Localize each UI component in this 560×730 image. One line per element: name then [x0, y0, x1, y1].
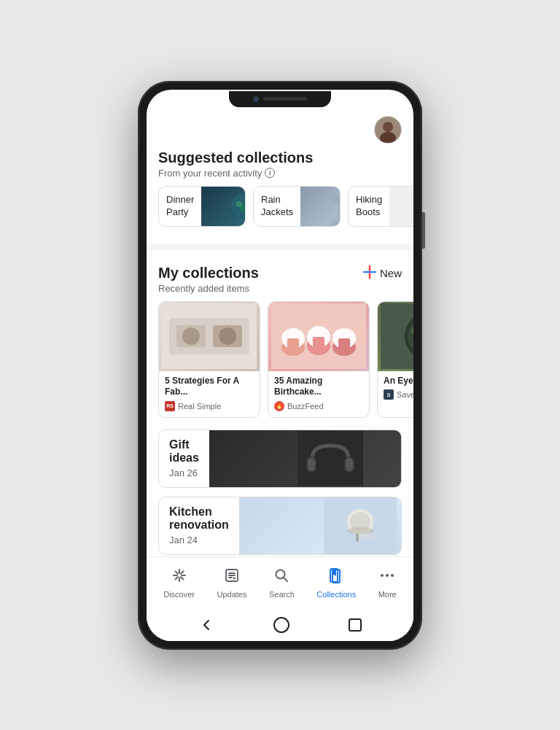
nav-label-more: More — [378, 590, 397, 599]
recents-button[interactable] — [349, 618, 362, 632]
chip-image-jackets — [300, 187, 341, 226]
more-icon — [379, 567, 395, 588]
recently-added-label: Recently added items — [147, 283, 413, 301]
collection-info-kitchen: Kitchen renovation Jan 24 — [159, 497, 239, 554]
screen-content: Suggested collections From your recent a… — [147, 90, 413, 556]
card-info-1: 5 Strategies For A Fab... RS Real Simple — [159, 371, 260, 417]
card-image-3 — [378, 302, 413, 371]
suggested-subtitle: From your recent activity i — [147, 168, 413, 186]
content-card-2[interactable]: 35 Amazing Birthcake... 🔥 BuzzFeed — [268, 301, 370, 418]
avatar[interactable] — [374, 116, 402, 144]
back-button[interactable] — [198, 617, 214, 633]
chip-label-jackets: RainJackets — [254, 188, 300, 225]
svg-line-51 — [175, 571, 177, 573]
card-source-3: S Saveur — [384, 389, 413, 400]
front-camera — [253, 96, 259, 102]
chip-label-dinner: DinnerParty — [159, 188, 201, 225]
avatar-image — [374, 116, 402, 144]
collection-image-kitchen — [239, 497, 402, 554]
svg-point-19 — [219, 327, 236, 345]
new-button-label: New — [380, 267, 402, 279]
phone-frame: Suggested collections From your recent a… — [138, 81, 422, 650]
phone-notch — [229, 91, 331, 107]
system-navigation — [147, 609, 413, 641]
chip-image-boots — [389, 187, 413, 226]
bottom-navigation: Discover Updates — [147, 556, 413, 609]
nav-item-more[interactable]: More — [370, 563, 405, 603]
svg-rect-27 — [287, 338, 299, 352]
svg-point-46 — [362, 535, 373, 539]
chip-label-boots: HikingBoots — [349, 188, 389, 225]
collection-info-gift: Gift ideas Jan 26 — [159, 430, 209, 487]
home-button[interactable] — [273, 617, 289, 633]
svg-point-63 — [381, 574, 384, 577]
power-button — [422, 212, 425, 249]
svg-rect-40 — [346, 458, 353, 471]
card-source-2: 🔥 BuzzFeed — [274, 401, 363, 411]
nav-label-discover: Discover — [163, 590, 195, 599]
source-icon-sv: S — [384, 389, 394, 400]
collection-item-gift-ideas[interactable]: Gift ideas Jan 26 — [158, 430, 402, 488]
card-image-1 — [159, 302, 260, 371]
nav-label-updates: Updates — [217, 590, 247, 599]
svg-line-54 — [181, 577, 183, 579]
svg-line-52 — [181, 571, 183, 573]
source-icon-bf: 🔥 — [274, 401, 284, 411]
chip-hiking-boots[interactable]: HikingBoots — [348, 186, 413, 227]
my-collections-section: My collections New Recently added items — [147, 256, 413, 556]
new-collection-button[interactable]: New — [362, 265, 402, 281]
svg-rect-36 — [298, 431, 363, 486]
svg-rect-45 — [356, 533, 359, 542]
svg-point-1 — [383, 122, 393, 132]
svg-point-65 — [391, 574, 394, 577]
suggested-collections-section: Suggested collections From your recent a… — [147, 144, 413, 238]
suggestion-chips-row: DinnerParty R — [147, 186, 413, 238]
nav-item-updates[interactable]: Updates — [209, 563, 256, 603]
svg-point-64 — [386, 574, 389, 577]
collections-header: My collections New — [147, 256, 413, 283]
source-icon-rs: RS — [165, 401, 175, 411]
my-collections-title: My collections — [158, 265, 259, 281]
info-icon[interactable]: i — [265, 168, 275, 178]
search-icon — [273, 567, 289, 588]
content-card-3[interactable]: An Eye Opening... S Saveur — [377, 301, 413, 418]
svg-point-18 — [182, 327, 200, 345]
svg-line-53 — [175, 577, 177, 579]
earpiece-speaker — [263, 97, 307, 101]
svg-rect-39 — [308, 458, 315, 471]
header — [147, 110, 413, 144]
collection-title-kitchen: Kitchen renovation — [169, 505, 229, 532]
card-title-3: An Eye Opening... — [384, 376, 413, 387]
collection-date-gift: Jan 26 — [169, 467, 199, 478]
nav-label-collections: Collections — [316, 590, 356, 599]
card-title-2: 35 Amazing Birthcake... — [274, 376, 363, 398]
updates-icon — [224, 567, 240, 588]
nav-item-collections[interactable]: Collections — [308, 563, 365, 603]
svg-rect-29 — [338, 338, 350, 352]
collection-image-gift — [209, 430, 402, 487]
card-title-1: 5 Strategies For A Fab... — [165, 376, 254, 398]
chip-dinner-party[interactable]: DinnerParty — [158, 186, 246, 227]
card-info-2: 35 Amazing Birthcake... 🔥 BuzzFeed — [268, 371, 369, 417]
card-source-1: RS Real Simple — [165, 401, 254, 411]
discover-icon — [171, 567, 187, 588]
suggested-title: Suggested collections — [147, 144, 413, 168]
section-divider — [147, 244, 413, 250]
svg-rect-28 — [313, 337, 324, 350]
chip-image-dinner — [201, 187, 246, 226]
nav-label-search: Search — [269, 590, 295, 599]
nav-item-discover[interactable]: Discover — [155, 563, 203, 603]
collection-item-kitchen[interactable]: Kitchen renovation Jan 24 — [158, 497, 402, 555]
card-info-3: An Eye Opening... S Saveur — [378, 371, 413, 406]
recently-added-cards: 5 Strategies For A Fab... RS Real Simple — [147, 301, 413, 430]
collections-icon — [328, 567, 344, 588]
svg-point-44 — [347, 527, 373, 535]
chip-rain-jackets[interactable]: RainJackets — [253, 186, 341, 227]
svg-line-60 — [284, 578, 287, 581]
phone-screen: Suggested collections From your recent a… — [147, 90, 413, 641]
nav-item-search[interactable]: Search — [260, 563, 303, 603]
content-card-1[interactable]: 5 Strategies For A Fab... RS Real Simple — [158, 301, 260, 418]
card-image-2 — [268, 302, 369, 371]
plus-colorful-icon — [362, 265, 377, 281]
collection-date-kitchen: Jan 24 — [169, 535, 229, 545]
